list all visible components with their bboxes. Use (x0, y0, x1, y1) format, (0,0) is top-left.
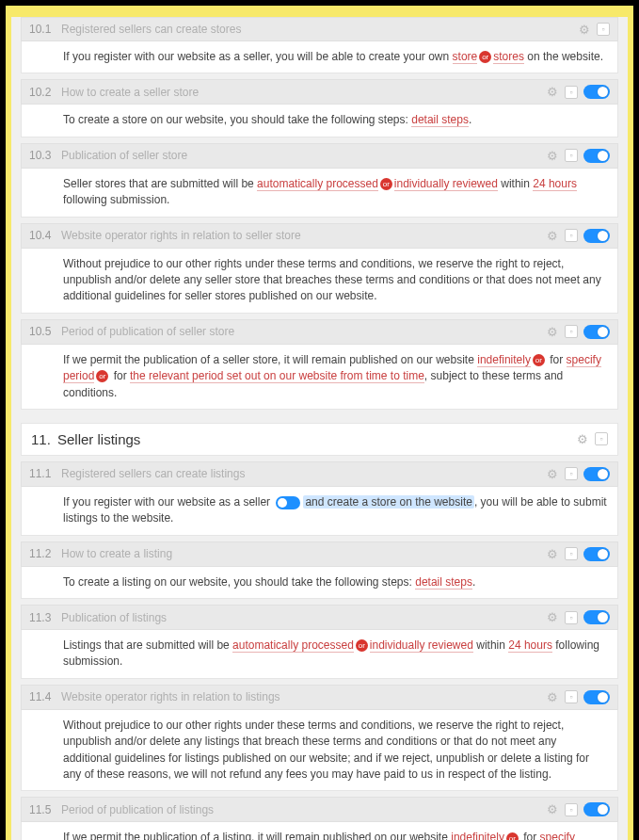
expand-icon[interactable]: ▫ (565, 229, 578, 242)
clause-body: If you register with our website as a se… (21, 487, 618, 536)
optional-toggle-icon[interactable] (276, 496, 300, 509)
clause: 11.3Publication of listings⚙▫Listings th… (21, 605, 618, 679)
section-title: Seller listings (57, 431, 576, 447)
editable-variant[interactable]: detail steps (411, 113, 469, 127)
include-toggle[interactable] (583, 610, 610, 624)
clause: 10.1Registered sellers can create stores… (21, 17, 618, 73)
clause-header[interactable]: 11.2How to create a listing⚙▫ (21, 541, 618, 567)
editable-variant[interactable]: individually reviewed (370, 638, 473, 653)
clause-title: Period of publication of seller store (61, 325, 546, 338)
clause-header[interactable]: 10.1Registered sellers can create stores… (21, 17, 618, 41)
include-toggle[interactable] (583, 690, 610, 704)
gear-icon[interactable]: ⚙ (546, 86, 559, 99)
clause-body: If you register with our website as a se… (21, 41, 618, 73)
or-chip-icon[interactable]: or (506, 832, 519, 840)
clause-number: 11.5 (29, 803, 61, 816)
section-number: 11. (31, 431, 57, 447)
clause-body: Listings that are submitted will be auto… (21, 630, 618, 679)
clause-header[interactable]: 11.4Website operator rights in relation … (21, 685, 618, 710)
clause-number: 11.4 (29, 690, 61, 703)
clause-number: 10.4 (29, 229, 61, 242)
clause-number: 10.2 (29, 86, 61, 99)
gear-icon[interactable]: ⚙ (546, 803, 559, 816)
editable-variant[interactable]: 24 hours (533, 177, 577, 191)
clause-title: Registered sellers can create listings (61, 467, 546, 480)
clause: 11.5Period of publication of listings⚙▫I… (21, 797, 618, 840)
clause-title: How to create a listing (61, 547, 546, 560)
clause-number: 11.2 (29, 547, 61, 560)
outer-frame: 10.1Registered sellers can create stores… (6, 6, 633, 840)
gear-icon[interactable]: ⚙ (546, 547, 559, 560)
editable-variant[interactable]: detail steps (415, 575, 472, 590)
expand-icon[interactable]: ▫ (597, 23, 610, 36)
editable-variant[interactable]: automatically processed (257, 177, 378, 191)
clause-number: 10.3 (29, 149, 61, 162)
expand-icon[interactable]: ▫ (565, 325, 578, 338)
editable-variant[interactable]: store (453, 50, 478, 64)
clause-header[interactable]: 10.4Website operator rights in relation … (21, 223, 618, 249)
gear-icon[interactable]: ⚙ (546, 325, 559, 338)
gear-icon[interactable]: ⚙ (546, 690, 559, 703)
expand-icon[interactable]: ▫ (565, 690, 578, 703)
clause-title: Website operator rights in relation to l… (61, 690, 546, 703)
editable-variant[interactable]: stores (493, 50, 524, 64)
include-toggle[interactable] (583, 85, 610, 99)
gear-icon[interactable]: ⚙ (546, 229, 559, 242)
or-chip-icon[interactable]: or (96, 370, 108, 382)
clause: 10.3Publication of seller store⚙▫Seller … (21, 143, 618, 218)
editable-variant[interactable]: automatically processed (232, 638, 354, 653)
clause: 11.1Registered sellers can create listin… (21, 461, 618, 536)
clause: 10.5Period of publication of seller stor… (21, 319, 618, 410)
clause-body: If we permit the publication of a seller… (21, 345, 618, 410)
or-chip-icon[interactable]: or (380, 178, 392, 190)
clause-header[interactable]: 10.3Publication of seller store⚙▫ (21, 143, 618, 169)
clause-title: Publication of listings (61, 611, 546, 624)
expand-icon[interactable]: ▫ (565, 803, 578, 816)
clause: 10.4Website operator rights in relation … (21, 223, 618, 314)
clause: 11.4Website operator rights in relation … (21, 685, 618, 792)
editable-variant[interactable]: indefinitely (451, 831, 504, 840)
document-page: 10.1Registered sellers can create stores… (11, 17, 628, 840)
clause-header[interactable]: 10.5Period of publication of seller stor… (21, 319, 618, 345)
clause-header[interactable]: 11.1Registered sellers can create listin… (21, 461, 618, 487)
clause-title: Publication of seller store (61, 149, 546, 162)
gear-icon[interactable]: ⚙ (546, 467, 559, 480)
clause-number: 11.1 (29, 467, 61, 480)
expand-icon[interactable]: ▫ (565, 547, 578, 560)
editable-variant[interactable]: individually reviewed (394, 177, 498, 191)
expand-icon[interactable]: ▫ (595, 432, 608, 445)
or-chip-icon[interactable]: or (356, 639, 368, 652)
include-toggle[interactable] (583, 467, 610, 481)
expand-icon[interactable]: ▫ (565, 611, 578, 624)
gear-icon[interactable]: ⚙ (578, 23, 591, 36)
editable-variant[interactable]: the relevant period set out on our websi… (130, 369, 424, 383)
editable-variant[interactable]: indefinitely (477, 353, 531, 367)
editable-variant[interactable]: 24 hours (508, 638, 552, 653)
or-chip-icon[interactable]: or (479, 51, 491, 63)
expand-icon[interactable]: ▫ (565, 149, 578, 162)
clause-body: To create a listing on our website, you … (21, 567, 618, 599)
expand-icon[interactable]: ▫ (565, 86, 578, 99)
clause-title: Registered sellers can create stores (61, 23, 578, 36)
clause-header[interactable]: 11.3Publication of listings⚙▫ (21, 605, 618, 630)
include-toggle[interactable] (583, 149, 610, 163)
clause-title: How to create a seller store (61, 86, 546, 99)
gear-icon[interactable]: ⚙ (546, 149, 559, 162)
clause-title: Website operator rights in relation to s… (61, 229, 546, 242)
include-toggle[interactable] (583, 547, 610, 561)
clause-body: Seller stores that are submitted will be… (21, 169, 618, 218)
clause-title: Period of publication of listings (61, 803, 546, 816)
include-toggle[interactable] (583, 802, 610, 816)
or-chip-icon[interactable]: or (533, 354, 545, 366)
expand-icon[interactable]: ▫ (565, 467, 578, 480)
include-toggle[interactable] (583, 229, 610, 243)
section-header: 11.Seller listings⚙▫ (21, 423, 618, 456)
gear-icon[interactable]: ⚙ (576, 432, 589, 445)
clause-number: 11.3 (29, 611, 61, 624)
clause-header[interactable]: 11.5Period of publication of listings⚙▫ (21, 797, 618, 822)
optional-text[interactable]: and create a store on the website (303, 495, 473, 509)
clause: 11.2How to create a listing⚙▫To create a… (21, 541, 618, 599)
gear-icon[interactable]: ⚙ (546, 611, 559, 624)
clause-header[interactable]: 10.2How to create a seller store⚙▫ (21, 79, 618, 105)
include-toggle[interactable] (583, 325, 610, 339)
